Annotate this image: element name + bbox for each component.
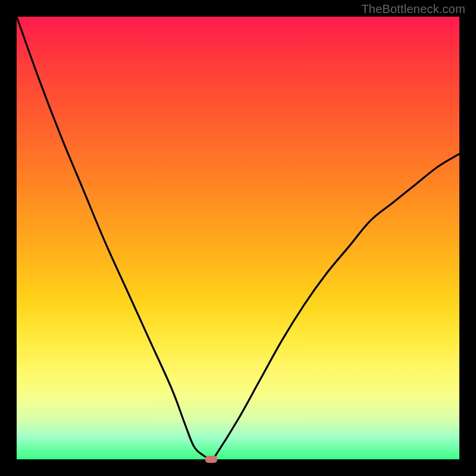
optimal-marker	[205, 456, 217, 463]
watermark-text: TheBottleneck.com	[361, 2, 465, 16]
bottleneck-curve	[17, 17, 459, 459]
plot-area	[17, 17, 459, 459]
